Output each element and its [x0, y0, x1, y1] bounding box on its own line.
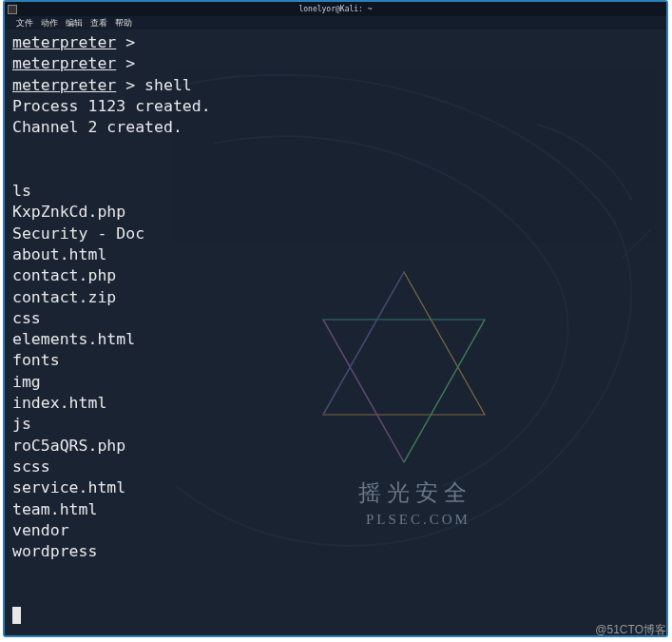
prompt-text: meterpreter — [12, 76, 116, 94]
terminal-cursor — [12, 607, 21, 624]
window-titlebar[interactable]: lonelyor@Kali: ~ — [5, 2, 666, 16]
terminal-output: meterpreter > meterpreter > meterpreter … — [12, 32, 659, 626]
terminal-window: lonelyor@Kali: ~ 文件 动作 编辑 查看 帮助 — [3, 0, 668, 637]
window-icon — [8, 5, 17, 14]
menu-file[interactable]: 文件 — [16, 17, 33, 29]
menu-help[interactable]: 帮助 — [115, 17, 132, 29]
menu-view[interactable]: 查看 — [90, 17, 107, 29]
menu-bar: 文件 动作 编辑 查看 帮助 — [5, 16, 666, 29]
terminal-body[interactable]: 摇光安全 PLSEC.COM meterpreter > meterpreter… — [5, 29, 666, 635]
menu-edit[interactable]: 编辑 — [66, 17, 83, 29]
prompt-text: meterpreter — [12, 33, 116, 51]
menu-action[interactable]: 动作 — [41, 17, 58, 29]
window-title: lonelyor@Kali: ~ — [298, 5, 372, 13]
prompt-text: meterpreter — [12, 54, 116, 72]
